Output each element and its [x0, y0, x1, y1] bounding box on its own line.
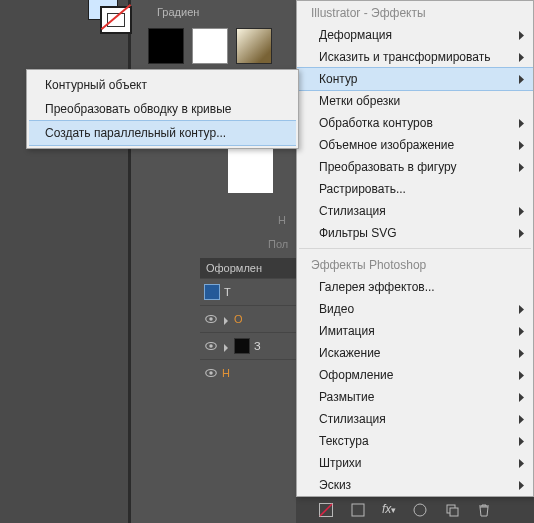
svg-point-1	[209, 317, 213, 321]
appearance-row[interactable]: З	[200, 332, 296, 359]
appearance-row-label: З	[254, 340, 261, 352]
svg-point-3	[209, 344, 213, 348]
svg-rect-11	[450, 508, 458, 516]
duplicate-icon[interactable]	[444, 502, 460, 518]
appearance-panel: Оформлен Т О З Н	[200, 258, 296, 438]
clear-appearance-icon[interactable]	[350, 502, 366, 518]
menu-item[interactable]: Исказить и трансформировать	[297, 46, 533, 68]
svg-point-9	[414, 504, 426, 516]
appearance-row[interactable]: О	[200, 305, 296, 332]
appearance-row[interactable]: Н	[200, 359, 296, 386]
menu-item-label: Видео	[319, 301, 354, 317]
menu-item-label: Исказить и трансформировать	[319, 49, 490, 65]
contour-submenu: Контурный объектПреобразовать обводку в …	[26, 69, 299, 149]
preview-swatch	[228, 148, 273, 193]
appearance-row-label: Т	[224, 286, 231, 298]
eye-icon[interactable]	[204, 312, 218, 326]
submenu-item[interactable]: Контурный объект	[29, 73, 296, 97]
menu-item[interactable]: Деформация	[297, 24, 533, 46]
menu-item-label: Размытие	[319, 389, 374, 405]
menu-item-label: Стилизация	[319, 203, 386, 219]
menu-item[interactable]: Размытие	[297, 386, 533, 408]
menu-item[interactable]: Контур	[297, 67, 533, 91]
menu-item-label: Стилизация	[319, 411, 386, 427]
menu-section-title: Эффекты Photoshop	[297, 253, 533, 276]
menu-item[interactable]: Растрировать...	[297, 178, 533, 200]
menu-item[interactable]: Видео	[297, 298, 533, 320]
menu-item-label: Искажение	[319, 345, 381, 361]
menu-item[interactable]: Штрихи	[297, 452, 533, 474]
appearance-row-label: О	[234, 313, 243, 325]
menu-item-label: Контур	[319, 71, 357, 87]
chevron-right-icon	[518, 459, 525, 468]
menu-item-label: Объемное изображение	[319, 137, 454, 153]
menu-item[interactable]: Фильтры SVG	[297, 222, 533, 244]
menu-item[interactable]: Эскиз	[297, 474, 533, 496]
menu-item[interactable]: Искажение	[297, 342, 533, 364]
chevron-right-icon	[518, 327, 525, 336]
menu-item[interactable]: Метки обрезки	[297, 90, 533, 112]
chevron-right-icon	[518, 437, 525, 446]
opacity-icon[interactable]	[412, 502, 428, 518]
gradient-panel-label: Градиен	[157, 6, 199, 18]
menu-item[interactable]: Стилизация	[297, 408, 533, 430]
menu-item[interactable]: Обработка контуров	[297, 112, 533, 134]
trash-icon[interactable]	[476, 502, 492, 518]
menu-item-label: Оформление	[319, 367, 393, 383]
chevron-right-icon	[518, 415, 525, 424]
submenu-item[interactable]: Преобразовать обводку в кривые	[29, 97, 296, 121]
panel-text-pol: Пол	[268, 238, 288, 250]
eye-icon[interactable]	[204, 339, 218, 353]
fill-stroke-control[interactable]	[88, 0, 132, 30]
menu-item-label: Метки обрезки	[319, 93, 400, 109]
chevron-right-icon	[518, 31, 525, 40]
eye-icon[interactable]	[204, 366, 218, 380]
menu-item-label: Растрировать...	[319, 181, 406, 197]
menu-item-label: Деформация	[319, 27, 392, 43]
chevron-right-icon	[518, 163, 525, 172]
appearance-row[interactable]: Т	[200, 278, 296, 305]
menu-item-label: Имитация	[319, 323, 375, 339]
no-fill-icon[interactable]	[318, 502, 334, 518]
appearance-row-label: Н	[222, 367, 230, 379]
swatch-row	[148, 28, 272, 64]
menu-section-title: Illustrator - Эффекты	[297, 1, 533, 24]
effects-context-menu: Illustrator - Эффекты ДеформацияИсказить…	[296, 0, 534, 497]
chevron-right-icon	[518, 305, 525, 314]
menu-item-label: Галерея эффектов...	[319, 279, 435, 295]
chevron-right-icon	[518, 393, 525, 402]
swatch-white[interactable]	[192, 28, 228, 64]
chevron-right-icon	[518, 75, 525, 84]
menu-item-label: Текстура	[319, 433, 369, 449]
stroke-chip-icon	[234, 338, 250, 354]
chevron-right-icon	[518, 53, 525, 62]
fx-icon[interactable]: fx▾	[382, 502, 396, 518]
panel-text-n: Н	[278, 214, 286, 226]
chevron-right-icon	[518, 229, 525, 238]
swatch-gradient[interactable]	[236, 28, 272, 64]
svg-point-5	[209, 371, 213, 375]
menu-item[interactable]: Текстура	[297, 430, 533, 452]
submenu-item[interactable]: Создать параллельный контур...	[29, 120, 296, 146]
menu-item[interactable]: Преобразовать в фигуру	[297, 156, 533, 178]
menu-item-label: Обработка контуров	[319, 115, 433, 131]
chevron-right-icon	[518, 119, 525, 128]
menu-item[interactable]: Галерея эффектов...	[297, 276, 533, 298]
swatch-black[interactable]	[148, 28, 184, 64]
fill-chip-icon	[204, 284, 220, 300]
menu-item[interactable]: Стилизация	[297, 200, 533, 222]
chevron-right-icon	[518, 141, 525, 150]
menu-item-label: Штрихи	[319, 455, 362, 471]
appearance-toolbar: fx▾	[296, 495, 534, 523]
appearance-header[interactable]: Оформлен	[200, 258, 296, 278]
chevron-right-icon	[518, 349, 525, 358]
menu-item[interactable]: Имитация	[297, 320, 533, 342]
chevron-right-icon	[518, 481, 525, 490]
svg-rect-8	[352, 504, 364, 516]
menu-item-label: Эскиз	[319, 477, 351, 493]
chevron-right-icon	[518, 207, 525, 216]
svg-line-7	[320, 504, 332, 516]
menu-item[interactable]: Объемное изображение	[297, 134, 533, 156]
chevron-right-icon	[222, 342, 230, 350]
menu-item[interactable]: Оформление	[297, 364, 533, 386]
